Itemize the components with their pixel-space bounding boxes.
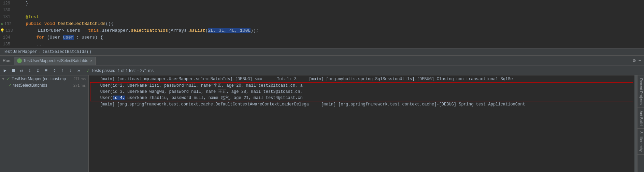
tree-expand-icon: ▼ bbox=[1, 77, 5, 81]
run-tab[interactable]: TestUserMapper.testSelectBatchIds × bbox=[14, 57, 96, 65]
tree-root-pass-icon: ✓ bbox=[6, 76, 10, 81]
tree-child-time: 271 ms bbox=[73, 83, 87, 87]
sort-desc-button[interactable]: ↧ bbox=[34, 67, 42, 74]
tree-child-item[interactable]: ✓ testSelectBatchIds 271 ms bbox=[0, 82, 88, 88]
test-status-text: Tests passed: 1 of 1 test – 271 ms bbox=[91, 68, 154, 73]
collapse-all-button[interactable]: ≑ bbox=[51, 67, 58, 74]
run-header: Run: TestUserMapper.testSelectBatchIds ×… bbox=[0, 56, 644, 66]
log-line-5: User(id=4, userName=zhaoliu, password=nu… bbox=[90, 95, 633, 101]
run-button[interactable]: ▶ bbox=[1, 67, 9, 74]
prev-button[interactable]: ↑ bbox=[59, 67, 66, 74]
log-line-4: User(id=3, userName=wangwu, password=nul… bbox=[90, 89, 633, 95]
tree-child-pass-icon: ✓ bbox=[8, 83, 12, 88]
log-highlight-box: User(id=2, userName=lisi, password=null,… bbox=[90, 82, 633, 101]
log-scrollbar[interactable] bbox=[634, 75, 637, 172]
test-pass-icon bbox=[17, 58, 22, 63]
more-button[interactable]: » bbox=[75, 67, 83, 74]
tree-root-label: TestUserMapper (cn.itcast.mp bbox=[12, 76, 66, 81]
sidebar-tab-hierarchy[interactable]: 8: Hierarchy bbox=[638, 129, 644, 155]
log-line-6: [main] [org.springframework.test.context… bbox=[90, 102, 309, 107]
code-editor: 129 } 130 131 @Test ▶132 public void tes… bbox=[0, 0, 644, 48]
rerun-button[interactable]: ↺ bbox=[18, 67, 25, 74]
log-line-3: User(id=2, userName=lisi, password=null,… bbox=[90, 83, 633, 89]
code-line-134: 134 for (User user : users) { bbox=[0, 34, 644, 41]
test-tree: ▼ ✓ TestUserMapper (cn.itcast.mp 271 ms … bbox=[0, 75, 89, 172]
run-panel: Run: TestUserMapper.testSelectBatchIds ×… bbox=[0, 56, 644, 172]
code-line-135: 135 ... bbox=[0, 41, 644, 48]
run-content: ▼ ✓ TestUserMapper (cn.itcast.mp 271 ms … bbox=[0, 75, 644, 172]
tree-root-item[interactable]: ▼ ✓ TestUserMapper (cn.itcast.mp 271 ms bbox=[0, 75, 88, 82]
tab-close-button[interactable]: × bbox=[90, 59, 92, 63]
tree-root-time: 271 ms bbox=[73, 77, 87, 81]
code-line-132: ▶132 public void testSelectBatchIds(){ bbox=[0, 20, 644, 27]
code-line-131: 131 @Test bbox=[0, 14, 644, 20]
log-line-7: [main] [org.springframework.test.context… bbox=[311, 102, 525, 107]
next-button[interactable]: ↓ bbox=[67, 67, 74, 74]
log-line-1: [main] [cn.itcast.mp.mapper.UserMapper.s… bbox=[90, 77, 297, 82]
minimize-icon[interactable]: − bbox=[639, 58, 641, 63]
right-sidebar: Recent Projects Ant Build 8: Hierarchy bbox=[637, 75, 644, 172]
settings-icon[interactable]: ⚙ bbox=[633, 58, 635, 63]
run-label: Run: bbox=[3, 58, 11, 63]
log-line-2: [main] [org.mybatis.spring.SqlSessionUti… bbox=[299, 77, 513, 82]
tree-child-label: testSelectBatchIds bbox=[13, 83, 47, 88]
stop-button[interactable]: ⏹ bbox=[10, 67, 17, 74]
breadcrumb-method[interactable]: testSelectBatchIds() bbox=[42, 49, 91, 54]
sidebar-tab-recent-projects[interactable]: Recent Projects bbox=[638, 75, 644, 108]
sidebar-tab-ant-build[interactable]: Ant Build bbox=[638, 108, 644, 129]
breadcrumb: TestUserMapper › testSelectBatchIds() bbox=[0, 48, 644, 56]
test-status: ✓ Tests passed: 1 of 1 test – 271 ms bbox=[86, 68, 154, 73]
code-line-133: 💡133 List<User> users = this.userMapper.… bbox=[0, 27, 644, 34]
log-area[interactable]: [main] [cn.itcast.mp.mapper.UserMapper.s… bbox=[89, 75, 634, 172]
code-line-130: 130 bbox=[0, 7, 644, 14]
run-tab-label: TestUserMapper.testSelectBatchIds bbox=[23, 58, 88, 63]
breadcrumb-class[interactable]: TestUserMapper bbox=[3, 49, 37, 54]
code-line-129: 129 } bbox=[0, 0, 644, 7]
expand-all-button[interactable]: ≡ bbox=[42, 67, 50, 74]
pass-icon: ✓ bbox=[86, 68, 90, 73]
run-toolbar: ▶ ⏹ ↺ ↕ ↧ ≡ ≑ ↑ ↓ » ✓ Tests passed: 1 of… bbox=[0, 66, 644, 75]
sort-asc-button[interactable]: ↕ bbox=[26, 67, 33, 74]
